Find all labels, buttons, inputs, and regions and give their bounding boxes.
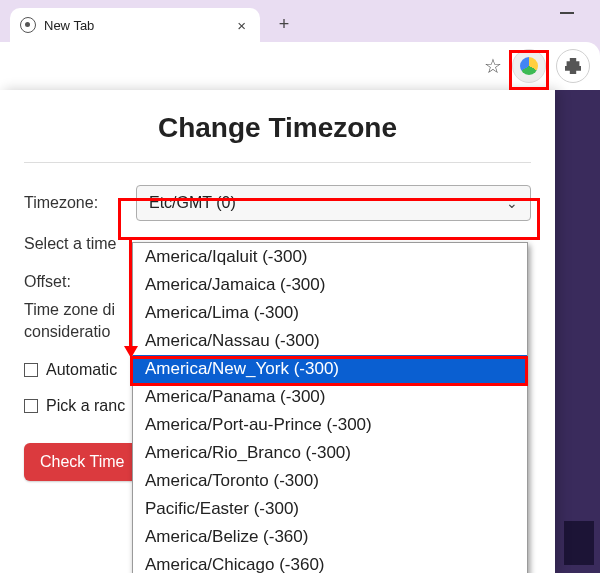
timezone-row: Timezone: Etc/GMT (0) ⌄	[24, 185, 531, 221]
highlight-arrow	[124, 240, 138, 358]
popup-heading: Change Timezone	[24, 112, 531, 144]
check-timezone-button[interactable]: Check Time	[24, 443, 140, 481]
random-label: Pick a ranc	[46, 397, 125, 415]
timezone-option[interactable]: America/Rio_Branco (-300)	[133, 439, 527, 467]
bookmark-star-icon[interactable]: ☆	[484, 54, 502, 78]
timezone-option[interactable]: America/Panama (-300)	[133, 383, 527, 411]
timezone-option-selected[interactable]: America/New_York (-300)	[133, 355, 527, 383]
browser-tab[interactable]: New Tab ×	[10, 8, 260, 42]
timezone-option[interactable]: America/Belize (-360)	[133, 523, 527, 551]
automatic-label: Automatic	[46, 361, 117, 379]
page-background-strip	[554, 90, 600, 573]
timezone-dropdown: America/Iqaluit (-300) America/Jamaica (…	[132, 242, 528, 573]
new-tab-button[interactable]: +	[270, 10, 298, 38]
timezone-option[interactable]: America/Port-au-Prince (-300)	[133, 411, 527, 439]
timezone-option[interactable]: America/Chicago (-360)	[133, 551, 527, 573]
timezone-option[interactable]: America/Lima (-300)	[133, 299, 527, 327]
timezone-option[interactable]: America/Iqaluit (-300)	[133, 243, 527, 271]
timezone-select-value: Etc/GMT (0)	[149, 194, 236, 212]
profile-avatar-icon	[520, 57, 538, 75]
close-tab-icon[interactable]: ×	[233, 17, 250, 34]
timezone-option[interactable]: America/Jamaica (-300)	[133, 271, 527, 299]
tab-strip: New Tab × +	[0, 0, 600, 42]
timezone-label: Timezone:	[24, 194, 136, 212]
puzzle-icon	[565, 58, 581, 74]
chevron-down-icon: ⌄	[506, 195, 518, 211]
browser-toolbar: ☆	[0, 42, 600, 90]
page-background-building	[564, 521, 594, 565]
profile-button[interactable]	[512, 49, 546, 83]
extensions-button[interactable]	[556, 49, 590, 83]
timezone-select[interactable]: Etc/GMT (0) ⌄	[136, 185, 531, 221]
window-minimize-icon[interactable]	[560, 12, 574, 14]
timezone-option[interactable]: America/Nassau (-300)	[133, 327, 527, 355]
tab-title: New Tab	[44, 18, 225, 33]
timezone-option[interactable]: Pacific/Easter (-300)	[133, 495, 527, 523]
timezone-option[interactable]: America/Toronto (-300)	[133, 467, 527, 495]
random-checkbox[interactable]	[24, 399, 38, 413]
offset-label: Offset:	[24, 273, 136, 291]
automatic-checkbox[interactable]	[24, 363, 38, 377]
divider	[24, 162, 531, 163]
chrome-favicon-icon	[20, 17, 36, 33]
